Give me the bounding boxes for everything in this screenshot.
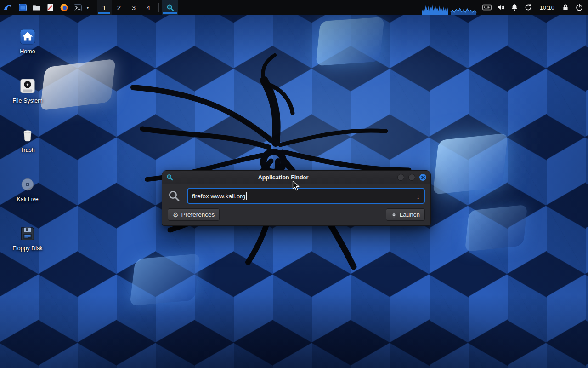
app-finder-window-icon xyxy=(166,174,173,181)
logout-button[interactable] xyxy=(572,0,586,15)
trash-icon xyxy=(19,126,36,144)
keyboard-indicator[interactable] xyxy=(480,0,494,15)
text-caret xyxy=(246,192,247,200)
desktop-icon-floppy-disk[interactable]: Floppy Disk xyxy=(0,224,55,252)
workspace-switcher: 1 2 3 4 xyxy=(97,0,156,15)
application-finder-window: Application Finder firefox www.kali.org xyxy=(162,170,431,226)
folder-icon xyxy=(32,3,41,12)
terminal-icon xyxy=(74,3,82,12)
panel-separator xyxy=(94,3,94,12)
power-icon xyxy=(575,3,583,12)
workspace-4-button[interactable]: 4 xyxy=(141,0,156,15)
titlebar[interactable]: Application Finder xyxy=(162,171,430,184)
task-button-application-finder[interactable] xyxy=(162,0,178,15)
file-manager-icon xyxy=(18,3,27,12)
clock[interactable]: 10:10 xyxy=(535,4,559,11)
desktop-icon-label: Kali Live xyxy=(17,196,38,203)
file-system-icon xyxy=(19,77,36,95)
workspace-1-button[interactable]: 1 xyxy=(97,0,112,15)
desktop-icon-label: Trash xyxy=(20,147,35,154)
terminal-launcher[interactable] xyxy=(71,0,85,15)
combo-dropdown-arrow[interactable]: ↓ xyxy=(414,193,420,200)
lock-screen-button[interactable] xyxy=(559,0,572,15)
desktop-icon-column: Home File System Trash Kal xyxy=(0,28,55,274)
panel-right: 10:10 xyxy=(422,0,588,15)
updates-button[interactable] xyxy=(521,0,535,15)
bell-icon xyxy=(510,3,519,12)
workspace-3-button[interactable]: 3 xyxy=(126,0,141,15)
home-icon xyxy=(19,28,36,46)
desktop: ▾ 1 2 3 4 xyxy=(0,0,588,368)
terminal-dropdown-button[interactable]: ▾ xyxy=(85,0,91,15)
workspace-2-button[interactable]: 2 xyxy=(112,0,126,15)
updates-icon xyxy=(524,3,532,12)
desktop-icon-label: Home xyxy=(20,48,35,55)
text-editor-launcher[interactable] xyxy=(43,0,57,15)
kali-menu-icon xyxy=(3,2,13,12)
window-title: Application Finder xyxy=(173,174,393,181)
close-icon xyxy=(421,176,425,179)
close-button[interactable] xyxy=(419,174,426,181)
panel-separator xyxy=(158,3,159,12)
window-body: firefox www.kali.org ↓ ⚙ Preferences xyxy=(162,184,430,225)
search-input[interactable]: firefox www.kali.org ↓ xyxy=(187,188,425,204)
preferences-button-label: Preferences xyxy=(181,211,215,218)
system-monitor-graph[interactable] xyxy=(422,0,477,15)
launch-button-label: Launch xyxy=(400,211,420,218)
top-panel: ▾ 1 2 3 4 xyxy=(0,0,588,15)
desktop-icon-trash[interactable]: Trash xyxy=(0,126,55,154)
firefox-icon xyxy=(60,3,68,12)
volume-icon xyxy=(497,3,505,12)
volume-button[interactable] xyxy=(494,0,508,15)
folder-launcher[interactable] xyxy=(29,0,43,15)
desktop-icon-home[interactable]: Home xyxy=(0,28,55,55)
desktop-icon-kali-live[interactable]: Kali Live xyxy=(0,175,55,203)
search-icon xyxy=(168,190,181,202)
file-manager-launcher[interactable] xyxy=(16,0,29,15)
keyboard-icon xyxy=(482,4,492,11)
launch-button[interactable]: Launch xyxy=(386,208,425,221)
floppy-disk-icon xyxy=(19,225,36,242)
desktop-icon-label: Floppy Disk xyxy=(12,245,42,252)
text-editor-icon xyxy=(46,3,55,12)
lock-icon xyxy=(561,3,570,12)
applications-menu-button[interactable] xyxy=(0,0,16,15)
app-finder-task-icon xyxy=(166,4,174,12)
chevron-down-icon: ▾ xyxy=(85,5,90,10)
gear-icon: ⚙ xyxy=(173,212,179,218)
preferences-button[interactable]: ⚙ Preferences xyxy=(168,208,220,221)
disc-icon xyxy=(19,176,36,193)
firefox-launcher[interactable] xyxy=(57,0,71,15)
launch-icon xyxy=(391,212,397,218)
minimize-button[interactable] xyxy=(397,174,404,181)
desktop-icon-label: File System xyxy=(12,98,42,104)
search-input-value: firefox www.kali.org xyxy=(192,193,245,200)
maximize-button[interactable] xyxy=(408,174,415,181)
desktop-icon-file-system[interactable]: File System xyxy=(0,77,55,104)
notifications-button[interactable] xyxy=(508,0,521,15)
